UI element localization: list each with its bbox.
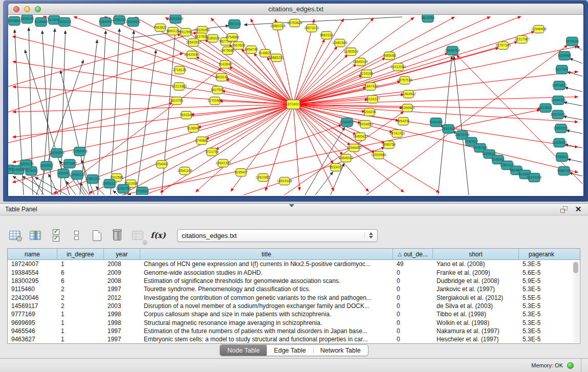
table-cell[interactable]: Estimation of significance thresholds fo… — [140, 277, 393, 285]
table-cell[interactable]: 5.3E-5 — [519, 319, 564, 326]
table-cell[interactable]: 0 — [393, 294, 433, 301]
table-cell[interactable]: 1 — [57, 311, 104, 318]
table-cell[interactable]: Nakamura et al. (1997) — [433, 327, 519, 335]
function-builder-button[interactable]: f(x) — [150, 228, 166, 243]
table-cell[interactable]: 14569117 — [8, 302, 57, 310]
table-cell[interactable]: 9463627 — [8, 336, 57, 343]
new-column-button[interactable] — [89, 228, 104, 243]
table-cell[interactable]: 2 — [57, 302, 104, 310]
table-cell[interactable]: 1 — [57, 319, 104, 326]
table-cell[interactable]: 0 — [393, 319, 433, 326]
column-header-name[interactable]: name — [8, 249, 57, 259]
table-row[interactable]: 1456911722003Disruption of a novel membe… — [8, 302, 580, 310]
table-row[interactable]: 911546021997Tourette syndrome. Phenomeno… — [8, 285, 580, 293]
table-row[interactable]: 1872400712008Changes of HCN gene express… — [8, 260, 580, 268]
close-panel-icon[interactable]: ✕ — [574, 205, 583, 213]
table-cell[interactable]: Corpus callosum shape and size in male p… — [140, 311, 393, 318]
table-cell[interactable]: 6 — [57, 277, 104, 285]
table-cell[interactable]: 18300295 — [8, 277, 57, 285]
table-cell[interactable]: Embryonic stem cells: a model to study s… — [140, 336, 393, 343]
table-cell[interactable]: 5.3E-5 — [519, 286, 564, 293]
table-cell[interactable]: Investigating the contribution of common… — [140, 294, 393, 301]
table-cell[interactable]: 1 — [57, 260, 104, 268]
table-cell[interactable]: Changes of HCN gene expression and I(f) … — [140, 260, 393, 268]
table-cell[interactable]: 0 — [393, 327, 433, 335]
table-cell[interactable]: 9465546 — [8, 327, 57, 335]
table-cell[interactable]: 0 — [393, 269, 433, 276]
table-cell[interactable]: 0 — [393, 302, 433, 310]
table-cell[interactable]: 5.3E-5 — [519, 336, 564, 343]
table-cell[interactable]: 19384554 — [8, 269, 57, 276]
scrollbar-thumb[interactable] — [573, 262, 578, 273]
table-cell[interactable]: Stergiakouli et al. (2012) — [433, 294, 519, 301]
table-row[interactable]: 977716911998Corpus callosum shape and si… — [8, 310, 580, 318]
table-cell[interactable]: 2003 — [104, 302, 140, 310]
table-cell[interactable]: 0 — [393, 286, 433, 293]
delete-column-button[interactable] — [110, 228, 125, 243]
table-cell[interactable]: 5.9E-5 — [519, 277, 564, 285]
table-row[interactable]: 1830029562008Estimation of significance … — [8, 277, 580, 285]
table-cell[interactable]: 0 — [393, 311, 433, 318]
tab-node-table[interactable]: Node Table — [220, 345, 267, 356]
table-cell[interactable]: 1998 — [104, 319, 140, 326]
table-cell[interactable]: 49 — [393, 260, 433, 268]
table-cell[interactable]: Tibbo et al. (1998) — [433, 311, 519, 318]
column-header-in_degree[interactable]: in_degree — [57, 249, 104, 259]
table-cell[interactable]: 6 — [57, 269, 104, 276]
table-mode-button[interactable] — [7, 228, 23, 243]
table-row[interactable]: 969969511998Structural magnetic resonanc… — [8, 318, 580, 326]
table-cell[interactable]: 9699695 — [8, 319, 57, 326]
table-selector-combobox[interactable]: citations_edges.txt — [177, 229, 378, 242]
table-vertical-scrollbar[interactable] — [572, 261, 579, 343]
table-row[interactable]: 946554611997Estimation of the future num… — [8, 327, 580, 335]
table-row[interactable]: 2242004622012Investigating the contribut… — [8, 293, 580, 301]
table-cell[interactable]: Yano et al. (2008) — [433, 260, 519, 268]
table-cell[interactable]: de Silva et al. (2003) — [433, 302, 519, 310]
table-cell[interactable]: Structural magnetic resonance image aver… — [140, 319, 393, 326]
table-cell[interactable]: Genome-wide association studies in ADHD. — [140, 269, 393, 276]
table-cell[interactable]: Jankovic et al. (1997) — [433, 286, 519, 293]
tab-edge-table[interactable]: Edge Table — [267, 345, 313, 356]
float-panel-icon[interactable] — [559, 205, 569, 213]
column-header-year[interactable]: year — [104, 249, 140, 259]
table-cell[interactable]: 22420046 — [8, 294, 57, 301]
table-cell[interactable]: 5.3E-5 — [519, 311, 564, 318]
table-cell[interactable]: 2008 — [104, 277, 140, 285]
table-cell[interactable]: 2 — [57, 294, 104, 301]
column-header-title[interactable]: title — [140, 249, 393, 259]
table-cell[interactable]: 5.3E-5 — [519, 260, 564, 268]
zoom-window-icon[interactable] — [35, 6, 41, 12]
column-header-short[interactable]: short — [433, 249, 519, 259]
table-cell[interactable]: Wolkin et al. (1998) — [433, 319, 519, 326]
table-cell[interactable]: Estimation of the future numbers of pati… — [140, 327, 393, 335]
network-canvas[interactable]: 7963822886012889129542322605898275051654… — [8, 15, 583, 196]
table-cell[interactable]: 1997 — [104, 286, 140, 293]
close-window-icon[interactable] — [13, 6, 19, 12]
tab-network-table[interactable]: Network Table — [313, 345, 368, 356]
table-cell[interactable]: 18724007 — [8, 260, 57, 268]
table-cell[interactable]: 2 — [57, 286, 104, 293]
table-cell[interactable]: 1997 — [104, 327, 140, 335]
table-cell[interactable]: 2009 — [104, 269, 140, 276]
column-header-out_de[interactable]: △out_de... — [393, 249, 433, 259]
table-cell[interactable]: Hescheler et al. (1997) — [433, 336, 519, 343]
table-cell[interactable]: 9115460 — [8, 286, 57, 293]
table-cell[interactable]: 1 — [57, 336, 104, 343]
memory-ok-led-icon[interactable] — [567, 362, 574, 369]
table-cell[interactable]: 5.3E-5 — [519, 302, 564, 310]
table-row[interactable]: 946362711997Embryonic stem cells: a mode… — [8, 335, 580, 343]
show-columns-button[interactable] — [28, 228, 43, 243]
table-cell[interactable]: 0 — [393, 277, 433, 285]
table-cell[interactable]: 9777169 — [8, 311, 57, 318]
table-row[interactable]: 1938455462009Genome-wide association stu… — [8, 268, 580, 276]
table-cell[interactable]: Dudbridge et al. (2008) — [433, 277, 519, 285]
table-cell[interactable]: 1 — [57, 327, 104, 335]
minimize-window-icon[interactable] — [24, 6, 30, 12]
network-window-titlebar[interactable]: citations_edges.txt — [8, 4, 583, 15]
citation-network-graph[interactable]: 7963822886012889129542322605898275051654… — [8, 15, 583, 195]
row-height-button[interactable] — [69, 228, 84, 243]
table-cell[interactable]: 2012 — [104, 294, 140, 301]
table-cell[interactable]: Disruption of a novel member of a sodium… — [140, 302, 393, 310]
table-cell[interactable]: 5.3E-5 — [519, 327, 564, 335]
splitter-handle-icon[interactable] — [289, 204, 294, 207]
